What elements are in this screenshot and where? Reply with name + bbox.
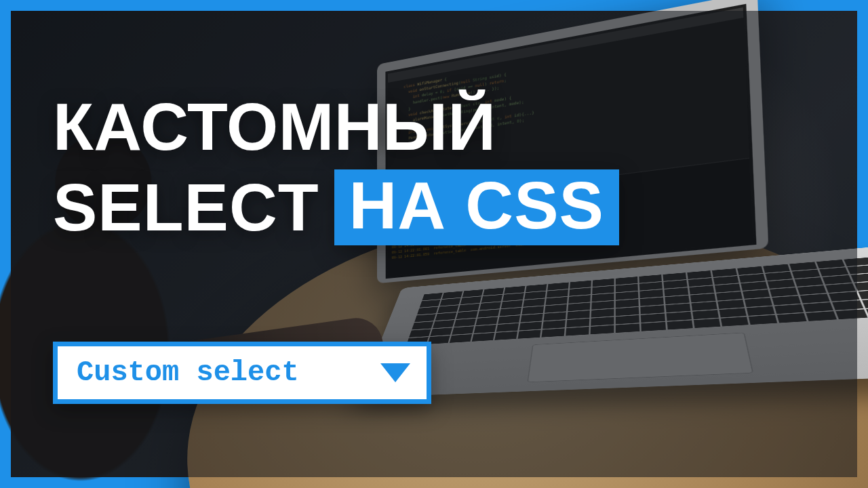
select-label: Custom select (77, 357, 299, 389)
headline-line2: SELECT НА CSS (53, 169, 619, 245)
thumbnail-frame: class WifiManager { void onStartConnecti… (0, 0, 868, 488)
custom-select[interactable]: Custom select (53, 342, 431, 404)
headline-line2-plain: SELECT (53, 174, 319, 241)
chevron-down-icon (380, 363, 410, 382)
headline-line1: КАСТОМНЫЙ (53, 94, 619, 160)
headline-line2-highlight: НА CSS (334, 169, 619, 245)
headline: КАСТОМНЫЙ SELECT НА CSS (53, 94, 619, 245)
